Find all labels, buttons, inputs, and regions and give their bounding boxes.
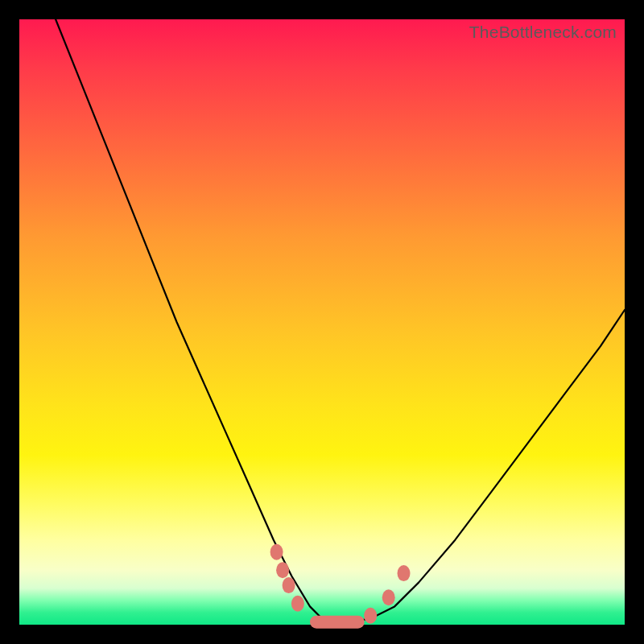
chart-marker bbox=[276, 562, 289, 578]
chart-marker bbox=[364, 608, 377, 624]
bottleneck-curve bbox=[56, 19, 625, 621]
chart-gradient-background: TheBottleneck.com bbox=[19, 19, 625, 625]
chart-bottom-pill bbox=[310, 616, 365, 629]
chart-marker bbox=[270, 544, 283, 560]
chart-marker bbox=[291, 596, 304, 612]
chart-markers bbox=[270, 544, 411, 629]
chart-marker bbox=[382, 589, 395, 605]
chart-marker bbox=[283, 577, 295, 593]
chart-marker bbox=[398, 565, 411, 581]
bottleneck-chart bbox=[19, 19, 625, 625]
